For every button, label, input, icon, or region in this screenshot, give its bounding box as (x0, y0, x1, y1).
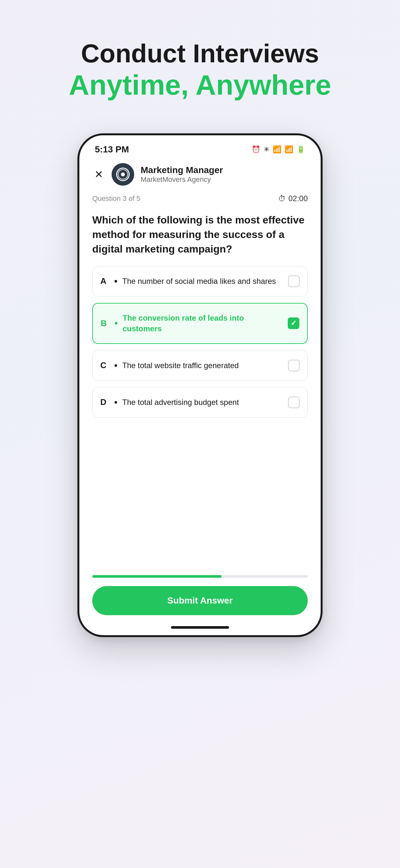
option-c-letter: C (100, 361, 109, 370)
header-text: Marketing Manager MarketMovers Agency (141, 165, 223, 184)
progress-bar-fill (92, 575, 222, 578)
phone-wrapper: 5:13 PM ⏰ ✳ 📶 📶 🔋 ✕ Marketing Manager Ma… (77, 133, 323, 637)
option-a-letter: A (100, 276, 109, 286)
status-bar: 5:13 PM ⏰ ✳ 📶 📶 🔋 (79, 135, 321, 158)
question-meta: Question 3 of 5 ⏱ 02:00 (79, 191, 321, 206)
close-icon: ✕ (95, 168, 103, 181)
option-b-checkbox[interactable] (288, 317, 299, 329)
signal-icon: 📶 (285, 145, 293, 154)
option-a[interactable]: A The number of social media likes and s… (92, 266, 308, 297)
battery-icon: 🔋 (296, 145, 305, 154)
header-subtitle: MarketMovers Agency (141, 175, 223, 184)
option-b-text: The conversion rate of leads into custom… (123, 313, 282, 334)
phone-frame: 5:13 PM ⏰ ✳ 📶 📶 🔋 ✕ Marketing Manager Ma… (77, 133, 323, 637)
option-c-checkbox[interactable] (288, 360, 300, 371)
status-icons: ⏰ ✳ 📶 📶 🔋 (252, 145, 305, 154)
hero-title-black: Conduct Interviews (69, 39, 331, 68)
question-counter: Question 3 of 5 (92, 194, 140, 203)
option-b-dot (115, 322, 118, 324)
option-d-dot (114, 401, 117, 404)
wifi-icon: 📶 (273, 145, 281, 154)
option-d-letter: D (100, 397, 109, 407)
option-a-text: The number of social media likes and sha… (122, 276, 283, 287)
option-a-dot (114, 280, 117, 283)
option-b-letter: B (101, 318, 110, 329)
app-logo (111, 163, 134, 186)
submit-button-label: Submit Answer (167, 595, 233, 606)
option-d-text: The total advertising budget spent (122, 397, 283, 408)
question-timer: ⏱ 02:00 (278, 194, 308, 203)
status-time: 5:13 PM (95, 144, 129, 155)
timer-value: 02:00 (289, 194, 308, 203)
progress-bar-bg (92, 575, 308, 578)
header-title: Marketing Manager (141, 165, 223, 175)
options-container: A The number of social media likes and s… (79, 259, 321, 424)
clock-icon: ⏱ (278, 194, 286, 203)
submit-button[interactable]: Submit Answer (92, 586, 308, 615)
submit-area: Submit Answer (79, 581, 321, 623)
hero-title-green: Anytime, Anywhere (69, 68, 331, 101)
option-d-checkbox[interactable] (288, 397, 300, 408)
option-a-checkbox[interactable] (288, 275, 300, 287)
alarm-icon: ⏰ (252, 145, 260, 154)
option-c-text: The total website traffic generated (122, 360, 283, 371)
hero-section: Conduct Interviews Anytime, Anywhere (69, 39, 331, 101)
option-c-dot (114, 364, 117, 367)
bluetooth-icon: ✳ (264, 145, 269, 154)
home-indicator (79, 623, 321, 635)
home-bar (171, 626, 229, 629)
app-header: ✕ Marketing Manager MarketMovers Agency (79, 158, 321, 191)
question-text: Which of the following is the most effec… (79, 206, 321, 259)
option-c[interactable]: C The total website traffic generated (92, 350, 308, 381)
option-b[interactable]: B The conversion rate of leads into cust… (92, 303, 308, 344)
progress-area (79, 569, 321, 581)
option-d[interactable]: D The total advertising budget spent (92, 387, 308, 417)
close-button[interactable]: ✕ (92, 168, 105, 181)
app-logo-inner (116, 167, 130, 181)
